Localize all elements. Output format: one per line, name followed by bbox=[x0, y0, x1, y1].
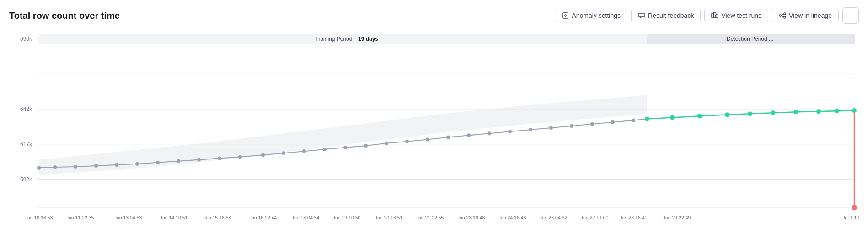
svg-point-4 bbox=[779, 15, 781, 16]
svg-point-37 bbox=[343, 146, 347, 149]
svg-text:Detection Period ...: Detection Period ... bbox=[727, 35, 773, 42]
svg-point-50 bbox=[611, 120, 615, 124]
svg-point-23 bbox=[53, 165, 57, 169]
view-test-runs-button[interactable]: View test runs bbox=[704, 9, 768, 22]
svg-text:Jun 26 04:52: Jun 26 04:52 bbox=[540, 215, 568, 220]
svg-text:Jun 21 22:55: Jun 21 22:55 bbox=[416, 215, 444, 220]
svg-text:Jun 20 16:51: Jun 20 16:51 bbox=[375, 215, 403, 220]
svg-text:Jun 16 22:44: Jun 16 22:44 bbox=[249, 215, 277, 220]
svg-text:Jun 24 16:48: Jun 24 16:48 bbox=[498, 215, 526, 220]
svg-text:Jun 19 10:50: Jun 19 10:50 bbox=[333, 215, 361, 220]
svg-point-35 bbox=[302, 149, 306, 153]
page-header: Total row count over time Anomaly settin… bbox=[9, 7, 859, 24]
svg-point-38 bbox=[364, 144, 368, 148]
anomaly-settings-icon bbox=[562, 12, 569, 19]
svg-point-45 bbox=[508, 130, 512, 133]
svg-text:592k: 592k bbox=[20, 176, 32, 183]
svg-point-5 bbox=[784, 13, 786, 15]
svg-point-40 bbox=[405, 140, 409, 143]
more-options-icon: ··· bbox=[847, 11, 854, 21]
svg-text:19 days: 19 days bbox=[358, 35, 378, 42]
view-in-lineage-button[interactable]: View in lineage bbox=[772, 9, 839, 22]
svg-point-33 bbox=[261, 153, 265, 157]
svg-point-48 bbox=[570, 124, 573, 128]
svg-text:Jun 29 22:49: Jun 29 22:49 bbox=[663, 215, 691, 220]
page-container: Total row count over time Anomaly settin… bbox=[0, 0, 868, 241]
view-test-runs-icon bbox=[711, 12, 718, 19]
svg-point-56 bbox=[697, 114, 702, 118]
svg-text:Jul 1 10:38: Jul 1 10:38 bbox=[842, 215, 859, 220]
svg-point-55 bbox=[670, 115, 675, 120]
svg-point-64 bbox=[852, 205, 857, 210]
svg-text:617k: 617k bbox=[20, 141, 32, 148]
toolbar: Anomaly settings Result feedback View te… bbox=[555, 7, 859, 24]
svg-text:Jun 14 10:51: Jun 14 10:51 bbox=[160, 215, 188, 220]
svg-point-59 bbox=[771, 110, 775, 115]
svg-text:Jun 15 16:58: Jun 15 16:58 bbox=[204, 215, 231, 220]
result-feedback-button[interactable]: Result feedback bbox=[631, 9, 701, 22]
svg-point-30 bbox=[197, 158, 201, 162]
anomaly-settings-button[interactable]: Anomaly settings bbox=[555, 9, 627, 22]
svg-point-57 bbox=[725, 112, 729, 117]
svg-point-58 bbox=[748, 111, 752, 116]
more-options-button[interactable]: ··· bbox=[842, 7, 859, 24]
svg-point-54 bbox=[645, 116, 649, 121]
svg-point-44 bbox=[488, 131, 491, 135]
view-in-lineage-icon bbox=[779, 12, 786, 19]
page-title: Total row count over time bbox=[9, 11, 120, 21]
svg-point-51 bbox=[632, 119, 635, 122]
svg-point-36 bbox=[323, 148, 327, 151]
svg-point-62 bbox=[835, 109, 839, 113]
svg-point-34 bbox=[282, 151, 285, 155]
svg-point-27 bbox=[135, 162, 139, 166]
svg-text:Training Period: Training Period bbox=[316, 35, 353, 42]
svg-point-22 bbox=[37, 166, 41, 170]
svg-point-31 bbox=[218, 156, 221, 160]
svg-point-39 bbox=[385, 142, 388, 145]
svg-point-46 bbox=[529, 128, 532, 131]
svg-point-63 bbox=[852, 108, 857, 113]
svg-text:Jun 18 04:54: Jun 18 04:54 bbox=[292, 215, 320, 220]
result-feedback-icon bbox=[638, 12, 645, 19]
svg-point-49 bbox=[590, 122, 594, 126]
svg-rect-3 bbox=[714, 12, 716, 18]
chart-svg: 690k 642k 617k 592k Training Period 19 d… bbox=[9, 29, 859, 226]
svg-point-32 bbox=[238, 155, 242, 159]
svg-point-60 bbox=[793, 110, 798, 114]
svg-point-24 bbox=[74, 165, 77, 169]
svg-rect-0 bbox=[563, 13, 568, 18]
svg-text:Jun 27 11:00: Jun 27 11:00 bbox=[581, 215, 609, 220]
svg-point-47 bbox=[549, 126, 553, 130]
svg-point-26 bbox=[115, 163, 118, 167]
svg-text:Jun 11 22:35: Jun 11 22:35 bbox=[66, 215, 94, 220]
chart-area: 690k 642k 617k 592k Training Period 19 d… bbox=[9, 29, 859, 226]
svg-point-43 bbox=[467, 133, 471, 137]
svg-point-42 bbox=[446, 135, 450, 139]
svg-text:Jun 28 16:41: Jun 28 16:41 bbox=[620, 215, 648, 220]
svg-text:Jun 23 10:48: Jun 23 10:48 bbox=[457, 215, 485, 220]
svg-text:Jun 10 16:53: Jun 10 16:53 bbox=[25, 215, 53, 220]
svg-point-28 bbox=[156, 161, 160, 164]
svg-point-61 bbox=[816, 109, 821, 114]
svg-point-29 bbox=[177, 159, 180, 163]
svg-point-41 bbox=[426, 138, 429, 142]
svg-text:642k: 642k bbox=[20, 106, 32, 112]
svg-point-6 bbox=[784, 16, 786, 18]
svg-text:690k: 690k bbox=[20, 35, 32, 42]
svg-point-25 bbox=[94, 164, 98, 168]
svg-text:Jun 13 04:53: Jun 13 04:53 bbox=[114, 215, 142, 220]
